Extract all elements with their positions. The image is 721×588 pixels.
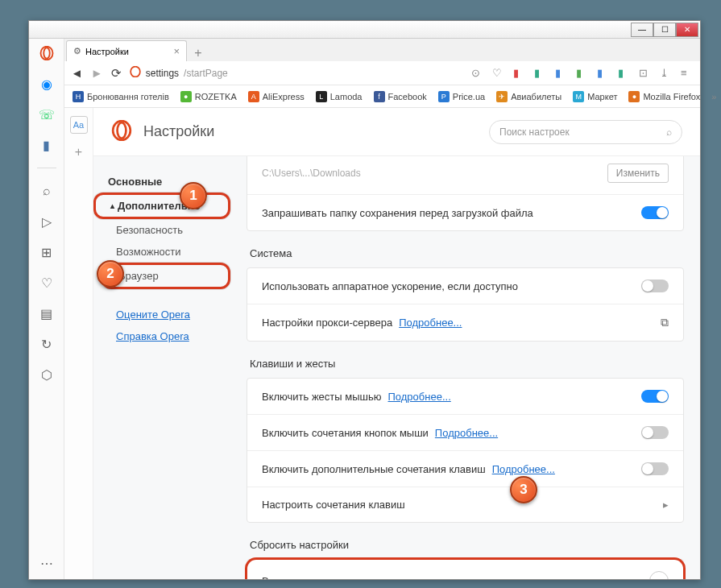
system-heading: Система [250,247,684,259]
close-button[interactable]: ✕ [676,23,698,37]
search-icon: ⌕ [666,126,672,138]
svg-point-3 [113,121,131,140]
bookmark-item[interactable]: ●Mozilla Firefox [628,91,700,102]
ext2-icon[interactable]: ▮ [555,67,568,80]
address-field[interactable]: settings/startPage [130,66,228,80]
bookmark-item[interactable]: PPrice.ua [438,91,485,102]
tab-close-icon[interactable]: × [173,45,180,57]
translate-icon[interactable]: Aа [70,116,88,134]
change-folder-button[interactable]: Изменить [607,164,669,183]
messenger-icon[interactable]: ◉ [39,76,55,92]
bookmark-favicon: L [316,91,327,102]
nav-main[interactable]: Основные [93,171,230,193]
settings-page: Настройки Поиск настроек ⌕ Основные ▴ До… [93,108,700,579]
settings-narrow-bar: Aа + [64,108,93,579]
svg-point-4 [118,122,126,139]
back-button[interactable]: ◄ [71,66,83,80]
bookmark-favicon: H [73,91,84,102]
download-icon[interactable]: ⤓ [660,67,673,80]
bookmark-item[interactable]: ●ROZETKA [180,91,237,102]
settings-nav: Основные ▴ Дополнительно Безопасность Во… [93,156,230,579]
downloads-card: C:\Users\...\Downloads Изменить Запрашив… [247,156,684,231]
minimize-button[interactable]: — [631,23,653,37]
heart-icon[interactable]: ♡ [492,67,505,80]
opera-logo-icon [111,120,132,144]
setting-label: Настройки прокси-сервера [262,317,392,329]
bookmarks-overflow-icon[interactable]: » [711,92,716,101]
nav-security[interactable]: Безопасность [93,219,230,241]
vpn-icon[interactable]: ⊡ [639,67,652,80]
ext5-icon[interactable]: ▮ [618,67,631,80]
bookmark-favicon: A [248,91,259,102]
configure-shortcuts-row[interactable]: Настроить сочетания клавиш ▸ [247,487,683,522]
flow-icon[interactable]: ▷ [39,213,55,230]
maximize-button[interactable]: ☐ [653,23,676,37]
svg-point-2 [131,67,140,77]
learn-more-link[interactable]: Подробнее... [399,317,462,329]
nav-advanced[interactable]: ▴ Дополнительно [93,193,230,219]
nav-features[interactable]: Возможности [93,241,230,263]
new-tab-button[interactable]: + [190,45,206,61]
bookmark-favicon: ● [628,91,640,102]
url-path: settings [146,68,179,79]
main-area: ⚙ Настройки × + ◄ ► ⟳ settings/startPage… [64,39,700,579]
learn-more-link[interactable]: Подробнее... [492,463,555,475]
system-card: Использовать аппаратное ускорение, если … [247,267,684,342]
history-icon[interactable]: ↻ [39,336,55,352]
gear-icon: ⚙ [73,46,81,56]
adblock-icon[interactable]: ▮ [513,67,526,80]
settings-panel[interactable]: C:\Users\...\Downloads Изменить Запрашив… [230,156,700,579]
download-path: C:\Users\...\Downloads [262,168,361,179]
search-input[interactable]: Поиск настроек ⌕ [489,120,682,144]
settings-body: Основные ▴ Дополнительно Безопасность Во… [93,156,700,579]
reset-card: Восстановление настроек по умолчанию ▸ [247,559,684,579]
setting-label: Включить дополнительные сочетания клавиш [262,463,486,475]
snapshot-icon[interactable]: ⊙ [471,67,484,80]
opera-logo-icon[interactable] [39,45,55,61]
vk-icon[interactable]: ▮ [39,137,55,153]
proxy-row[interactable]: Настройки прокси-сервера Подробнее... ⧉ [247,304,683,341]
whatsapp-icon[interactable]: ☏ [39,106,55,122]
bookmarks-icon[interactable]: ♡ [39,275,55,291]
forward-button[interactable]: ► [91,66,103,80]
bookmark-item[interactable]: ✈Авиабилеты [496,91,561,102]
external-icon: ⧉ [661,316,669,329]
bookmark-item[interactable]: fFacebook [374,91,427,102]
more-icon[interactable]: ⋯ [39,555,55,571]
opera-sidebar: ◉ ☏ ▮ ⌕ ▷ ⊞ ♡ ▤ ↻ ⬡ ⋯ [29,39,64,579]
add-icon[interactable]: + [70,143,88,161]
settings-header: Настройки Поиск настроек ⌕ [93,108,700,156]
setting-label: Использовать аппаратное ускорение, если … [262,280,518,292]
rocker-row: Включить сочетания кнопок мыши Подробнее… [247,415,683,451]
bookmark-item[interactable]: ММаркет [573,91,617,102]
bookmark-item[interactable]: AAliExpress [248,91,305,102]
news-icon[interactable]: ▤ [39,305,55,321]
bookmark-favicon: ● [180,91,192,102]
learn-more-link[interactable]: Подробнее... [435,427,498,439]
rocker-toggle[interactable] [641,426,669,439]
setting-label: Настроить сочетания клавиш [262,499,405,511]
extensions-icon[interactable]: ⬡ [39,366,55,383]
easy-setup-icon[interactable]: ≡ [681,67,694,80]
learn-more-link[interactable]: Подробнее... [388,391,451,403]
tab-settings[interactable]: ⚙ Настройки × [66,40,187,61]
bookmark-item[interactable]: LLamoda [316,91,363,102]
browser-window: — ☐ ✕ ◉ ☏ ▮ ⌕ ▷ ⊞ ♡ ▤ ↻ ⬡ ⋯ ⚙ Настройки … [28,20,701,580]
extra-shortcuts-toggle[interactable] [641,462,669,475]
setting-label: Запрашивать папку сохранения перед загру… [262,207,533,219]
ext4-icon[interactable]: ▮ [597,67,610,80]
ext1-icon[interactable]: ▮ [534,67,547,80]
nav-rate-link[interactable]: Оцените Opera [93,304,230,325]
bookmark-item[interactable]: HБронювання готелів [73,91,169,102]
speed-dial-icon[interactable]: ⊞ [39,244,55,260]
reset-heading: Сбросить настройки [250,539,684,551]
search-icon[interactable]: ⌕ [39,183,55,199]
reload-button[interactable]: ⟳ [111,66,122,81]
mouse-gestures-toggle[interactable] [641,390,669,403]
hw-accel-toggle[interactable] [641,280,669,292]
gestures-card: Включить жесты мышью Подробнее... Включи… [247,378,684,523]
restore-defaults-row[interactable]: Восстановление настроек по умолчанию ▸ [245,557,686,579]
ask-folder-toggle[interactable] [641,206,669,219]
ext3-icon[interactable]: ▮ [576,67,589,80]
nav-help-link[interactable]: Справка Opera [93,325,230,347]
